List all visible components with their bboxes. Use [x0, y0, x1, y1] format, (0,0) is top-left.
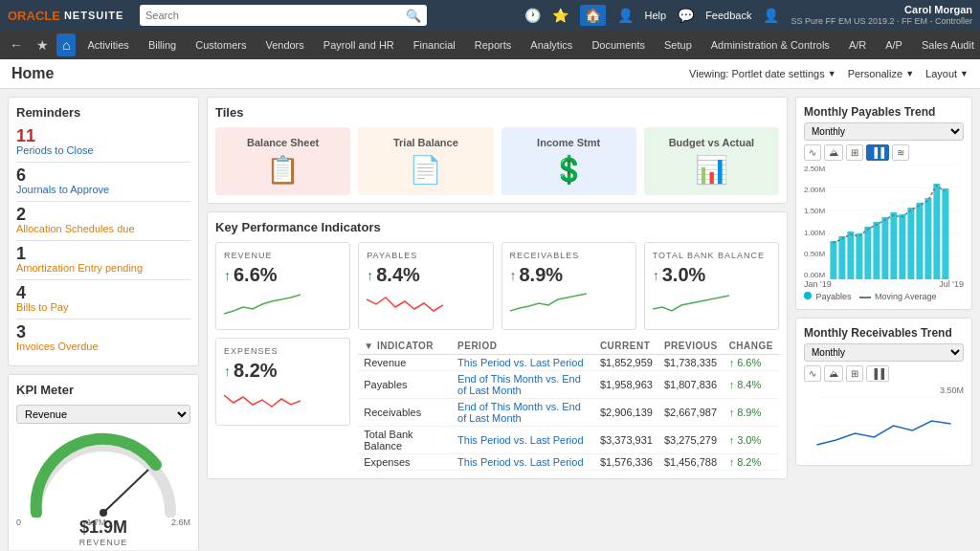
- nav-billing[interactable]: Billing: [139, 33, 186, 56]
- chart-x-labels: Jan '19 Jul '19: [804, 279, 964, 289]
- reminder-amortization: 1 Amortization Entry pending: [16, 245, 190, 274]
- th-period[interactable]: PERIOD: [452, 338, 594, 355]
- kpi-section-title: Key Performance Indicators: [215, 220, 779, 234]
- rec-chart-tool-grid[interactable]: ⊞: [846, 365, 863, 382]
- sparkline-expenses: [224, 386, 301, 414]
- svg-rect-16: [900, 214, 906, 279]
- svg-rect-13: [874, 222, 880, 279]
- th-indicator[interactable]: ▼ INDICATOR: [358, 338, 452, 355]
- tile-income-stmt[interactable]: Income Stmt 💲: [501, 127, 636, 195]
- legend-dot-payables: [804, 292, 812, 299]
- table-row: Receivables End of This Month vs. End of…: [358, 399, 779, 427]
- home-nav-icon[interactable]: ⌂: [56, 33, 76, 56]
- back-icon[interactable]: ←: [4, 33, 29, 56]
- reminder-count-3: 1: [16, 245, 190, 262]
- table-row: Payables End of This Month vs. End of La…: [358, 371, 779, 399]
- nav-admin[interactable]: Administration & Controls: [702, 33, 839, 56]
- chart-tool-more[interactable]: ≋: [892, 144, 909, 161]
- th-current[interactable]: CURRENT: [594, 338, 658, 355]
- gauge-label: REVENUE: [79, 538, 128, 547]
- tile-label-1: Trial Balance: [393, 137, 458, 148]
- td-current-4: $1,576,336: [594, 454, 658, 471]
- td-change-0: ↑ 6.6%: [724, 355, 779, 371]
- page-header-right: Viewing: Portlet date settings ▼ Persona…: [689, 68, 969, 79]
- nav-customers[interactable]: Customers: [186, 33, 256, 56]
- nav-setup[interactable]: Setup: [655, 33, 702, 56]
- chart-tool-line[interactable]: ∿: [804, 144, 821, 161]
- favorites-icon[interactable]: ★: [31, 33, 55, 56]
- rec-chart-tool-area[interactable]: ⛰: [824, 365, 843, 382]
- sparkline-revenue: [224, 290, 301, 319]
- rec-chart-tool-bar[interactable]: ▐▐: [866, 365, 889, 382]
- td-period-4: This Period vs. Last Period: [452, 454, 594, 471]
- kpi-meter-select[interactable]: Revenue: [16, 405, 190, 424]
- nav-payroll[interactable]: Payroll and HR: [314, 33, 404, 56]
- personalize-label: Personalize: [848, 68, 902, 79]
- receivables-chart-toolbar: ∿ ⛰ ⊞ ▐▐: [804, 365, 964, 382]
- tile-balance-sheet[interactable]: Balance Sheet 📋: [215, 127, 350, 195]
- payables-trend-title: Monthly Payables Trend: [804, 105, 964, 119]
- search-bar[interactable]: 🔍: [140, 5, 427, 26]
- chart-tool-bar[interactable]: ▐▐: [866, 144, 889, 161]
- gauge-value: $1.9M: [79, 518, 127, 538]
- tile-trial-balance[interactable]: Trial Balance 📄: [358, 127, 493, 195]
- chart-tool-area[interactable]: ⛰: [824, 144, 843, 161]
- layout-dropdown[interactable]: Layout ▼: [925, 68, 969, 79]
- reminder-link-2[interactable]: Allocation Schedules due: [16, 223, 190, 234]
- nav-documents[interactable]: Documents: [582, 33, 655, 56]
- nav-ap[interactable]: A/P: [876, 33, 912, 56]
- reminder-link-4[interactable]: Bills to Pay: [16, 301, 190, 313]
- viewing-label: Viewing: Portlet date settings: [689, 68, 825, 79]
- nav-sales-audit[interactable]: Sales Audit: [912, 33, 980, 56]
- nav-financial[interactable]: Financial: [404, 33, 465, 56]
- gauge-svg: [22, 431, 185, 518]
- nav-reports[interactable]: Reports: [465, 33, 522, 56]
- user-info: Carol Morgan SS Pure FF EM US 2019.2 · F…: [791, 4, 972, 27]
- payables-trend-select[interactable]: Monthly: [804, 122, 964, 141]
- th-change[interactable]: CHANGE: [724, 338, 779, 355]
- th-previous[interactable]: PREVIOUS: [658, 338, 724, 355]
- payables-trend-chart: [827, 165, 964, 279]
- legend-line-moving-avg: [859, 297, 871, 298]
- reminder-link-0[interactable]: Periods to Close: [16, 144, 190, 156]
- reminder-count-1: 6: [16, 166, 190, 184]
- tile-budget-vs-actual[interactable]: Budget vs Actual 📊: [644, 127, 779, 195]
- chart-tool-grid[interactable]: ⊞: [846, 144, 863, 161]
- search-input[interactable]: [145, 10, 406, 21]
- svg-rect-11: [857, 233, 863, 279]
- receivables-trend-select[interactable]: Monthly: [804, 343, 964, 362]
- sparkline-bank: [653, 290, 729, 319]
- trend-chart-container: 2.50M 2.00M 1.50M 1.00M 0.50M 0.00M: [804, 165, 964, 279]
- user-sub: SS Pure FF EM US 2019.2 · FF EM - Contro…: [791, 16, 972, 27]
- person-icon: 👤: [617, 8, 634, 23]
- svg-rect-8: [831, 241, 837, 279]
- receivables-trend-panel: Monthly Receivables Trend Monthly ∿ ⛰ ⊞ …: [795, 318, 972, 466]
- help-label[interactable]: Help: [645, 10, 667, 21]
- y-label-1: 2.00M: [804, 186, 825, 194]
- td-change-1: ↑ 8.4%: [724, 371, 779, 399]
- tile-label-2: Income Stmt: [537, 137, 600, 148]
- personalize-dropdown[interactable]: Personalize ▼: [848, 68, 914, 79]
- viewing-dropdown[interactable]: Viewing: Portlet date settings ▼: [689, 68, 836, 79]
- reminder-count-4: 4: [16, 284, 190, 301]
- search-icon[interactable]: 🔍: [406, 9, 421, 23]
- nav-activities[interactable]: Activities: [78, 33, 138, 56]
- reminder-invoices: 3 Invoices Overdue: [16, 323, 190, 352]
- reminder-link-1[interactable]: Journals to Approve: [16, 184, 190, 195]
- td-previous-2: $2,667,987: [658, 399, 724, 427]
- x-label-end: Jul '19: [939, 279, 964, 289]
- legend-payables: Payables: [804, 292, 852, 301]
- tile-label-0: Balance Sheet: [247, 137, 319, 148]
- sort-icon: ▼: [364, 341, 373, 351]
- reminders-panel: Reminders 11 Periods to Close 6 Journals…: [8, 97, 199, 366]
- logo-ns: NETSUITE: [64, 10, 123, 21]
- nav-ar[interactable]: A/R: [839, 33, 876, 56]
- rec-chart-tool-line[interactable]: ∿: [804, 365, 821, 382]
- chart-legend: Payables Moving Average: [804, 292, 964, 301]
- nav-analytics[interactable]: Analytics: [521, 33, 582, 56]
- nav-vendors[interactable]: Vendors: [256, 33, 313, 56]
- reminder-link-5[interactable]: Invoices Overdue: [16, 341, 190, 352]
- kpi-card-bank: TOTAL BANK BALANCE ↑3.0%: [644, 242, 779, 330]
- reminder-link-3[interactable]: Amortization Entry pending: [16, 262, 190, 274]
- feedback-label[interactable]: Feedback: [705, 10, 751, 21]
